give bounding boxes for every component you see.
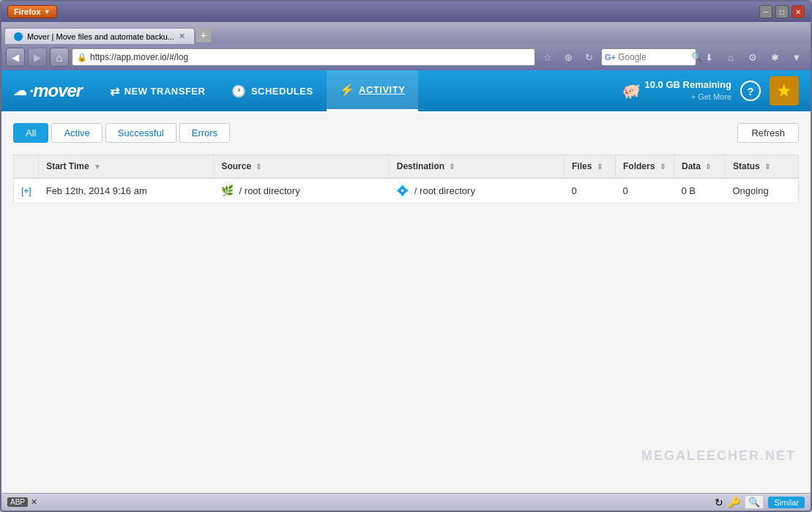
url-text: https://app.mover.io/#/log bbox=[90, 52, 188, 62]
filter-tab-successful[interactable]: Successful bbox=[105, 123, 176, 143]
nav-schedules[interactable]: 🕐 SCHEDULES bbox=[218, 70, 326, 111]
download-icon[interactable]: ⬇ bbox=[699, 48, 718, 67]
sort-start-icon: ▼ bbox=[94, 163, 101, 171]
source-cloud-icon: 🌿 bbox=[221, 185, 234, 196]
search-bar[interactable]: G+ 🔍 bbox=[601, 48, 696, 66]
get-more-link[interactable]: + Get More bbox=[645, 92, 731, 102]
table-wrapper: Start Time ▼ Source ⇕ Destination ⇕ bbox=[13, 155, 799, 203]
status-bar: ABP ✕ ↻ 🔑 🔍 Similar bbox=[1, 493, 811, 511]
sort-status-icon: ⇕ bbox=[764, 163, 770, 171]
logo-icon: ☁ bbox=[13, 83, 26, 99]
tab-bar: Mover | Move files and automate backu...… bbox=[1, 22, 811, 44]
refresh-nav-icon[interactable]: ↻ bbox=[579, 48, 598, 67]
col-status[interactable]: Status ⇕ bbox=[726, 155, 799, 179]
bookmark2-icon[interactable]: ⊛ bbox=[559, 48, 578, 67]
extensions-icon[interactable]: ✱ bbox=[765, 48, 784, 67]
app-header: ☁ ·mover ⇄ NEW TRANSFER 🕐 SCHEDULES ⚡ AC… bbox=[1, 70, 811, 111]
window-controls: ─ □ ✕ bbox=[759, 5, 805, 18]
col-destination[interactable]: Destination ⇕ bbox=[389, 155, 564, 179]
filter-tab-all[interactable]: All bbox=[13, 123, 48, 143]
row-destination: 💠 / root directory bbox=[389, 178, 564, 203]
address-bar[interactable]: 🔒 https://app.mover.io/#/log bbox=[72, 48, 535, 66]
status-refresh-icon: ↻ bbox=[715, 497, 723, 508]
refresh-button[interactable]: Refresh bbox=[737, 123, 799, 143]
nav-schedules-label: SCHEDULES bbox=[251, 86, 313, 97]
help-button[interactable]: ? bbox=[740, 81, 761, 101]
col-expand bbox=[14, 155, 39, 179]
title-bar: Firefox ▼ ─ □ ✕ bbox=[1, 1, 811, 22]
watermark: MEGALEECHER.NET bbox=[641, 448, 796, 464]
user-avatar[interactable]: ★ bbox=[770, 76, 799, 105]
filter-bar: All Active Successful Errors Refresh bbox=[13, 123, 799, 143]
maximize-button[interactable]: □ bbox=[775, 5, 789, 18]
search-input[interactable] bbox=[618, 52, 691, 62]
tab-close-icon[interactable]: ✕ bbox=[179, 31, 185, 41]
dest-cloud-icon: 💠 bbox=[396, 185, 409, 196]
new-tab-button[interactable]: + bbox=[196, 28, 211, 42]
col-source[interactable]: Source ⇕ bbox=[214, 155, 389, 179]
browser-window: Firefox ▼ ─ □ ✕ Mover | Move files and a… bbox=[0, 0, 812, 512]
home-nav-icon[interactable]: ⌂ bbox=[721, 48, 740, 67]
col-folders[interactable]: Folders ⇕ bbox=[616, 155, 674, 179]
tab-favicon bbox=[14, 32, 23, 41]
sort-dest-icon: ⇕ bbox=[449, 163, 455, 171]
col-files[interactable]: Files ⇕ bbox=[565, 155, 616, 179]
sort-folders-icon: ⇕ bbox=[660, 163, 666, 171]
status-right: ↻ 🔑 🔍 Similar bbox=[715, 495, 805, 509]
activity-icon: ⚡ bbox=[340, 83, 355, 97]
close-button[interactable]: ✕ bbox=[791, 5, 805, 18]
app-logo: ☁ ·mover bbox=[13, 81, 82, 101]
firefox-label: Firefox bbox=[14, 7, 41, 16]
storage-info: 🐖 10.0 GB Remaining + Get More bbox=[622, 79, 731, 102]
similar-button[interactable]: Similar bbox=[768, 497, 805, 508]
sort-files-icon: ⇕ bbox=[597, 163, 603, 171]
avatar-img: ★ bbox=[776, 81, 792, 101]
storage-icon: 🐖 bbox=[622, 82, 641, 100]
menu-icon[interactable]: ▼ bbox=[787, 48, 806, 67]
row-folders: 0 bbox=[616, 178, 674, 203]
row-files: 0 bbox=[565, 178, 616, 203]
minimize-button[interactable]: ─ bbox=[759, 5, 772, 18]
nav-bar: ◀ ▶ ⌂ 🔒 https://app.mover.io/#/log ☆ ⊛ ↻… bbox=[1, 44, 811, 70]
firefox-button[interactable]: Firefox ▼ bbox=[7, 5, 57, 18]
table-row: [+] Feb 12th, 2014 9:16 am 🌿 / root dire… bbox=[14, 178, 799, 203]
bookmark-icon[interactable]: ☆ bbox=[538, 48, 557, 67]
nav-activity[interactable]: ⚡ ACTIVITY bbox=[327, 70, 419, 111]
back-button[interactable]: ◀ bbox=[6, 48, 25, 67]
status-key-icon: 🔑 bbox=[728, 497, 740, 508]
main-nav: ⇄ NEW TRANSFER 🕐 SCHEDULES ⚡ ACTIVITY bbox=[97, 70, 418, 111]
filter-tab-active[interactable]: Active bbox=[51, 123, 102, 143]
home-button[interactable]: ⌂ bbox=[50, 48, 69, 67]
firefox-dropdown-icon: ▼ bbox=[44, 8, 51, 15]
row-data: 0 B bbox=[674, 178, 726, 203]
filter-tabs: All Active Successful Errors bbox=[13, 123, 230, 143]
col-data[interactable]: Data ⇕ bbox=[674, 155, 726, 179]
transfers-table: Start Time ▼ Source ⇕ Destination ⇕ bbox=[13, 155, 799, 203]
lock-icon: 🔒 bbox=[77, 53, 87, 62]
forward-button[interactable]: ▶ bbox=[28, 48, 47, 67]
search-engine-icon: G+ bbox=[605, 53, 616, 62]
schedules-icon: 🕐 bbox=[231, 84, 247, 98]
addon-label[interactable]: ABP bbox=[7, 497, 28, 507]
tab-title: Mover | Move files and automate backu... bbox=[27, 32, 174, 41]
status-close-icon[interactable]: ✕ bbox=[31, 497, 37, 507]
row-status: Ongoing bbox=[726, 178, 799, 203]
browser-tab[interactable]: Mover | Move files and automate backu...… bbox=[4, 28, 195, 44]
main-content: All Active Successful Errors Refresh Sta… bbox=[1, 111, 811, 493]
logo-text: ·mover bbox=[29, 81, 82, 101]
nav-activity-label: ACTIVITY bbox=[359, 84, 405, 95]
sort-source-icon: ⇕ bbox=[256, 163, 261, 171]
row-source: 🌿 / root directory bbox=[214, 178, 389, 203]
nav-icons: ☆ ⊛ ↻ bbox=[538, 48, 598, 67]
nav-new-transfer-label: NEW TRANSFER bbox=[124, 86, 206, 97]
col-start-time[interactable]: Start Time ▼ bbox=[39, 155, 214, 179]
row-expand[interactable]: [+] bbox=[14, 178, 39, 203]
status-search-icon[interactable]: 🔍 bbox=[745, 495, 764, 509]
app-container: ☁ ·mover ⇄ NEW TRANSFER 🕐 SCHEDULES ⚡ AC… bbox=[1, 70, 811, 493]
status-left: ABP ✕ bbox=[7, 497, 37, 507]
header-right: 🐖 10.0 GB Remaining + Get More ? ★ bbox=[622, 76, 799, 105]
filter-tab-errors[interactable]: Errors bbox=[179, 123, 230, 143]
sort-data-icon: ⇕ bbox=[705, 163, 711, 171]
tools-icon[interactable]: ⚙ bbox=[743, 48, 762, 67]
nav-new-transfer[interactable]: ⇄ NEW TRANSFER bbox=[97, 70, 218, 111]
